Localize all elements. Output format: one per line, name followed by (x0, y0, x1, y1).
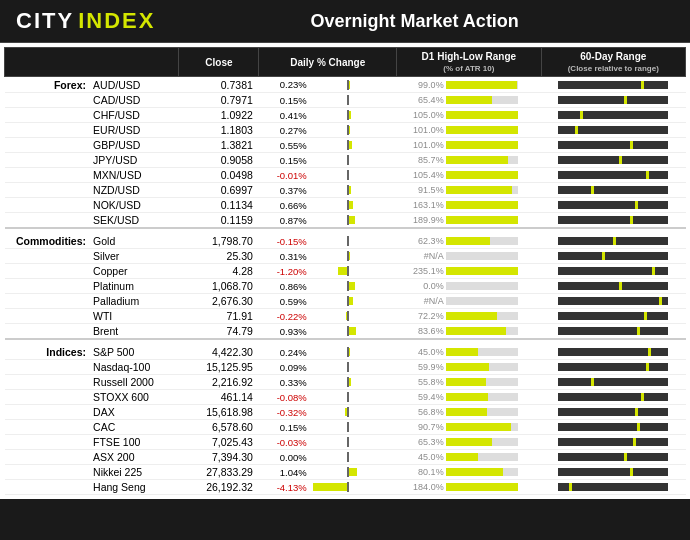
hilo-cell: 65.3% (397, 435, 541, 450)
range60-marker (646, 171, 649, 179)
hilo-bar-bg (446, 312, 518, 320)
close-value: 0.7971 (179, 93, 259, 108)
range60-cell (541, 294, 685, 309)
hilo-bar-fill (446, 81, 517, 89)
change-text: 0.33% (269, 377, 307, 388)
hilo-cell: 0.0% (397, 279, 541, 294)
change-cell: 0.15% (259, 153, 397, 168)
market-name: CHF/USD (90, 108, 179, 123)
section-label (5, 249, 91, 264)
change-bar (309, 482, 387, 492)
section-label (5, 264, 91, 279)
change-text: 0.59% (269, 296, 307, 307)
range60-bar-bg (558, 156, 668, 164)
hilo-bar-bg (446, 252, 518, 260)
hilo-bar-fill (446, 201, 518, 209)
hilo-bar-fill (446, 453, 478, 461)
hilo-container: 105.4% (400, 170, 538, 180)
change-text: 0.23% (269, 79, 307, 90)
close-value: 15,125.95 (179, 360, 259, 375)
change-bar (309, 347, 387, 357)
section-label (5, 294, 91, 309)
range60-marker (644, 312, 647, 320)
range60-marker (648, 348, 651, 356)
range60-cell (541, 93, 685, 108)
logo: CITY INDEX (16, 8, 155, 34)
hilo-container: 45.0% (400, 347, 538, 357)
change-bar (309, 110, 387, 120)
range60-container (544, 282, 682, 290)
logo-index: INDEX (78, 8, 155, 34)
change-text: -0.01% (269, 170, 307, 181)
change-bar (309, 452, 387, 462)
range60-cell (541, 390, 685, 405)
change-cell: 0.15% (259, 93, 397, 108)
range60-bar-bg (558, 282, 668, 290)
hilo-container: 235.1% (400, 266, 538, 276)
market-name: Gold (90, 228, 179, 249)
range60-container (544, 156, 682, 164)
hilo-bar-fill (446, 312, 498, 320)
range60-bar-bg (558, 237, 668, 245)
change-bar (309, 392, 387, 402)
change-text: 0.31% (269, 251, 307, 262)
hilo-bar-bg (446, 468, 518, 476)
section-label (5, 420, 91, 435)
section-label (5, 183, 91, 198)
change-text: 0.93% (269, 326, 307, 337)
hilo-bar-fill (446, 327, 506, 335)
change-cell: 0.93% (259, 324, 397, 340)
close-value: 71.91 (179, 309, 259, 324)
range60-bar-bg (558, 111, 668, 119)
range60-marker (613, 237, 616, 245)
change-cell: 0.59% (259, 294, 397, 309)
change-bar (309, 467, 387, 477)
hilo-pct-label: 0.0% (400, 281, 444, 291)
change-bar (309, 311, 387, 321)
hilo-cell: 56.8% (397, 405, 541, 420)
change-text: 0.15% (269, 95, 307, 106)
range60-marker (641, 81, 644, 89)
section-label (5, 324, 91, 340)
hilo-pct-label: 80.1% (400, 467, 444, 477)
change-cell: -0.32% (259, 405, 397, 420)
range60-container (544, 111, 682, 119)
hilo-bar-fill (446, 186, 512, 194)
change-bar (309, 422, 387, 432)
hilo-bar-fill (446, 438, 493, 446)
range60-container (544, 216, 682, 224)
section-label (5, 123, 91, 138)
change-text: -0.22% (269, 311, 307, 322)
hilo-container: 45.0% (400, 452, 538, 462)
hilo-container: 99.0% (400, 80, 538, 90)
market-name: WTI (90, 309, 179, 324)
hilo-cell: 105.4% (397, 168, 541, 183)
market-table: Close Daily % Change D1 High-Low Range (… (4, 47, 686, 495)
change-bar (309, 362, 387, 372)
market-table-container: Close Daily % Change D1 High-Low Range (… (0, 43, 690, 499)
hilo-bar-bg (446, 297, 518, 305)
hilo-bar-fill (446, 468, 504, 476)
close-value: 461.14 (179, 390, 259, 405)
range60-marker (652, 267, 655, 275)
hilo-cell: 184.0% (397, 480, 541, 495)
change-cell: -1.20% (259, 264, 397, 279)
market-name: Nasdaq-100 (90, 360, 179, 375)
range60-marker (637, 327, 640, 335)
close-value: 1.1803 (179, 123, 259, 138)
hilo-cell: 72.2% (397, 309, 541, 324)
range60-cell (541, 420, 685, 435)
close-value: 1,798.70 (179, 228, 259, 249)
section-label (5, 168, 91, 183)
change-text: -0.32% (269, 407, 307, 418)
hilo-pct-label: 59.9% (400, 362, 444, 372)
change-bar (309, 215, 387, 225)
hilo-container: 59.9% (400, 362, 538, 372)
change-cell: 0.86% (259, 279, 397, 294)
hilo-pct-label: 72.2% (400, 311, 444, 321)
range60-cell (541, 183, 685, 198)
range60-bar-bg (558, 423, 668, 431)
close-value: 15,618.98 (179, 405, 259, 420)
hilo-container: 0.0% (400, 281, 538, 291)
range60-bar-bg (558, 252, 668, 260)
